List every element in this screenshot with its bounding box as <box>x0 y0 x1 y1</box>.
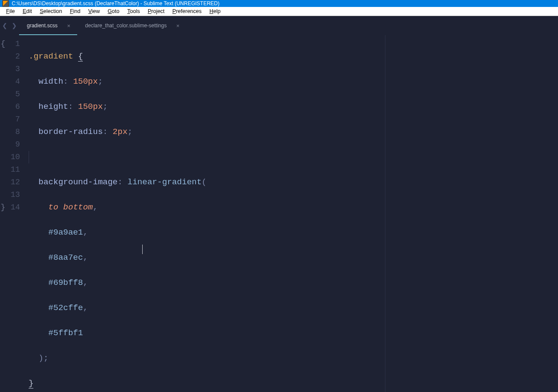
code-line: height: 150px; <box>29 101 558 113</box>
code-line: width: 150px; <box>29 75 558 88</box>
code-line <box>29 151 558 163</box>
window-title: C:\Users\DS\Desktop\gradient.scss (Decla… <box>12 0 219 7</box>
menu-goto[interactable]: Goto <box>104 7 123 16</box>
tab-gradient-scss[interactable]: gradient.scss × <box>19 16 77 35</box>
line-number: 13 <box>6 189 20 201</box>
title-bar: C:\Users\DS\Desktop\gradient.scss (Decla… <box>0 0 558 7</box>
code-line: border-radius: 2px; <box>29 126 558 138</box>
tab-label: gradient.scss <box>27 23 58 29</box>
menu-help[interactable]: Help <box>206 7 225 16</box>
nav-back-icon[interactable]: ❮ <box>0 16 10 35</box>
code-line: to bottom, <box>29 201 558 214</box>
menu-view[interactable]: View <box>84 7 104 16</box>
menu-project[interactable]: Project <box>144 7 169 16</box>
menu-edit[interactable]: Edit <box>19 7 36 16</box>
line-number: 12 <box>6 176 20 189</box>
menu-selection[interactable]: Selection <box>36 7 66 16</box>
line-number: 3 <box>6 63 20 75</box>
line-number: 14 <box>6 201 20 214</box>
code-line: #52cffe, <box>29 302 558 314</box>
code-line: #69bff8, <box>29 277 558 289</box>
line-number: 4 <box>6 75 20 88</box>
line-number: 7 <box>6 113 20 126</box>
line-number-gutter[interactable]: 1 2 3 4 5 6 7 8 9 10 11 12 13 14 <box>6 35 23 392</box>
line-number: 10 <box>6 151 20 163</box>
fold-open-icon[interactable]: { <box>0 38 6 50</box>
line-number: 8 <box>6 126 20 138</box>
nav-forward-icon[interactable]: ❯ <box>10 16 19 35</box>
fold-close-icon[interactable]: } <box>0 201 6 214</box>
tab-bar: ❮ ❯ gradient.scss × declare_that_color.s… <box>0 16 558 35</box>
code-line: background-image: linear-gradient( <box>29 176 558 189</box>
line-number: 9 <box>6 138 20 151</box>
close-icon[interactable]: × <box>67 23 71 29</box>
app-logo-icon <box>2 0 9 7</box>
code-content[interactable]: .gradient { width: 150px; height: 150px;… <box>23 35 558 392</box>
line-number: 2 <box>6 50 20 63</box>
line-number: 5 <box>6 88 20 101</box>
code-line: .gradient { <box>29 50 558 63</box>
line-number: 6 <box>6 101 20 113</box>
code-line: #9a9ae1, <box>29 226 558 239</box>
fold-gutter[interactable]: { } <box>0 35 6 392</box>
tab-declarethatcolor-settings[interactable]: declare_that_color.sublime-settings × <box>77 16 186 35</box>
menu-file[interactable]: File <box>2 7 19 16</box>
line-number: 11 <box>6 163 20 176</box>
tab-label: declare_that_color.sublime-settings <box>85 23 166 29</box>
menu-tools[interactable]: Tools <box>123 7 144 16</box>
menu-bar: File Edit Selection Find View Goto Tools… <box>0 7 558 16</box>
code-line: } <box>29 377 558 390</box>
line-number: 1 <box>6 38 20 50</box>
close-icon[interactable]: × <box>176 23 179 29</box>
menu-find[interactable]: Find <box>66 7 84 16</box>
code-line: #5ffbf1 <box>29 327 558 340</box>
code-line: #8aa7ec, <box>29 252 558 264</box>
editor-area[interactable]: { } 1 2 3 4 5 6 7 8 9 10 11 12 13 14 .gr… <box>0 35 558 392</box>
code-line: ); <box>29 352 558 365</box>
menu-preferences[interactable]: Preferences <box>169 7 206 16</box>
text-caret <box>142 245 143 254</box>
